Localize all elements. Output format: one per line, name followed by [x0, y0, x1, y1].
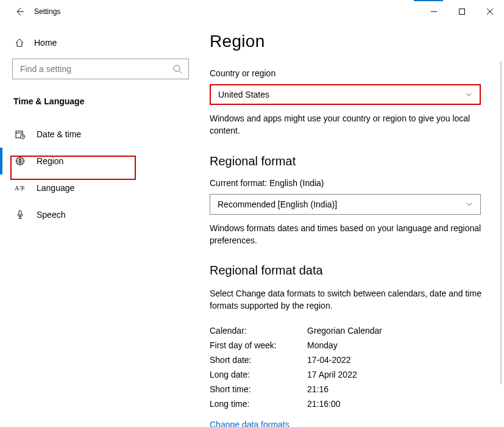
table-row: Short time:21:16 [210, 382, 483, 396]
scrollbar[interactable] [500, 61, 502, 384]
format-description: Windows formats dates and times based on… [210, 222, 487, 247]
country-value: United States [218, 90, 269, 99]
data-description: Select Change data formats to switch bet… [210, 287, 487, 312]
regional-format-data-heading: Regional format data [210, 264, 483, 278]
home-button[interactable]: Home [12, 34, 189, 59]
settings-window: Settings Home [0, 0, 504, 427]
svg-text:A: A [15, 185, 20, 192]
globe-icon [15, 156, 26, 166]
maximize-button[interactable] [448, 2, 476, 21]
language-icon: A字 [15, 184, 26, 192]
sidebar-item-region[interactable]: Region [0, 148, 189, 174]
category-heading: Time & Language [12, 96, 189, 106]
content-pane: Region Country or region United States W… [210, 23, 504, 427]
chevron-down-icon [466, 201, 473, 208]
change-data-formats-link[interactable]: Change data formats [210, 420, 483, 427]
format-data-table: Calendar:Gregorian Calendar First day of… [210, 323, 483, 411]
current-format-label: Current format: English (India) [210, 178, 483, 188]
format-dropdown[interactable]: Recommended [English (India)] [210, 194, 481, 215]
back-button[interactable] [15, 7, 24, 16]
svg-rect-7 [19, 210, 21, 215]
sidebar-item-date-time[interactable]: Date & time [0, 121, 189, 148]
chevron-down-icon [465, 91, 472, 98]
table-row: First day of week:Monday [210, 338, 483, 353]
accent-strip [414, 0, 443, 1]
sidebar-item-label: Language [37, 183, 74, 193]
minimize-button[interactable] [420, 2, 448, 21]
titlebar: Settings [0, 0, 504, 23]
country-dropdown[interactable]: United States [210, 84, 481, 105]
sidebar-item-speech[interactable]: Speech [0, 201, 189, 228]
calendar-clock-icon [15, 129, 26, 139]
sidebar: Home Time & Language Date & time [0, 23, 201, 427]
table-row: Long time:21:16:00 [210, 396, 483, 411]
search-input[interactable] [12, 59, 189, 79]
microphone-icon [15, 210, 26, 220]
svg-rect-0 [460, 9, 465, 15]
home-label: Home [34, 38, 57, 48]
svg-point-1 [174, 65, 180, 71]
sidebar-item-label: Date & time [37, 129, 81, 139]
search-field[interactable] [19, 63, 172, 74]
sidebar-item-language[interactable]: A字 Language [0, 174, 189, 201]
country-description: Windows and apps might use your country … [210, 112, 487, 137]
home-icon [15, 38, 24, 48]
sidebar-item-label: Region [37, 156, 63, 166]
window-title: Settings [34, 7, 60, 16]
table-row: Calendar:Gregorian Calendar [210, 323, 483, 338]
regional-format-heading: Regional format [210, 154, 483, 168]
format-value: Recommended [English (India)] [218, 199, 337, 209]
sidebar-item-label: Speech [37, 210, 65, 220]
svg-text:字: 字 [20, 185, 25, 192]
table-row: Long date:17 April 2022 [210, 367, 483, 382]
country-label: Country or region [210, 68, 483, 78]
table-row: Short date:17-04-2022 [210, 353, 483, 367]
close-button[interactable] [476, 2, 504, 21]
search-icon [172, 64, 182, 74]
page-title: Region [210, 32, 483, 51]
